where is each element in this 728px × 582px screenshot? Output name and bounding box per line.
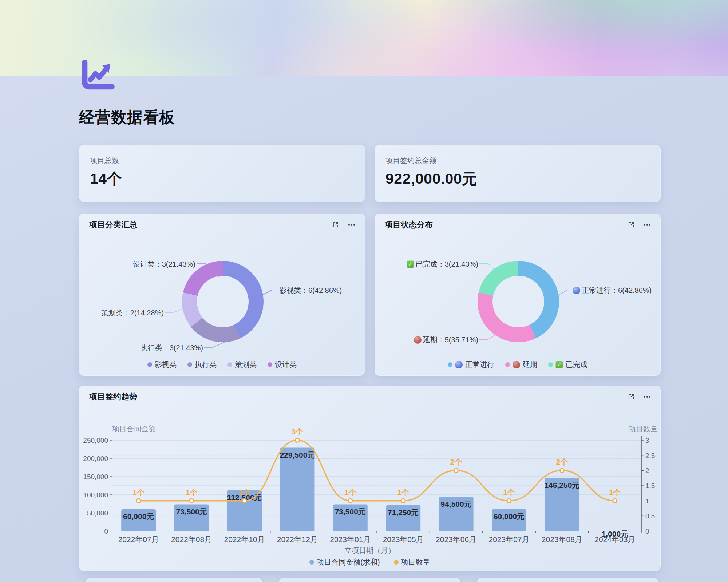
legend-item[interactable]: 延期 bbox=[505, 360, 537, 370]
more-icon[interactable] bbox=[643, 221, 651, 229]
next-row-stubs bbox=[86, 578, 658, 582]
red-circle-emoji bbox=[414, 336, 422, 344]
page-title: 经营数据看板 bbox=[79, 107, 175, 128]
svg-text:0.5: 0.5 bbox=[645, 512, 655, 520]
card-header: 项目分类汇总 bbox=[79, 214, 365, 236]
svg-text:0: 0 bbox=[645, 527, 649, 535]
trend-chart-canvas[interactable]: 项目合同金额项目数量60,000元73,500元112,500元229,500元… bbox=[79, 422, 661, 547]
svg-text:60,000元: 60,000元 bbox=[123, 512, 154, 521]
legend-item[interactable]: 策划类 bbox=[228, 360, 257, 370]
expand-icon[interactable] bbox=[627, 221, 635, 229]
stub-card bbox=[279, 578, 460, 582]
more-icon[interactable] bbox=[348, 221, 356, 229]
svg-text:73,500元: 73,500元 bbox=[335, 507, 366, 516]
card-title: 项目状态分布 bbox=[385, 219, 627, 230]
svg-text:2022年07月: 2022年07月 bbox=[118, 535, 159, 543]
category-pie-card: 项目分类汇总 影视类：6(42.86%) 执行类：3(21.43%) bbox=[79, 214, 365, 376]
svg-text:146,250元: 146,250元 bbox=[544, 481, 579, 489]
status-donut-chart[interactable] bbox=[478, 261, 559, 342]
blue-circle-emoji bbox=[573, 287, 580, 294]
divider bbox=[79, 408, 661, 408]
legend-item[interactable]: 设计类 bbox=[268, 360, 297, 370]
svg-text:3个: 3个 bbox=[292, 427, 304, 436]
svg-text:项目数量: 项目数量 bbox=[629, 425, 658, 433]
donut-hole bbox=[492, 276, 544, 327]
red-circle-emoji bbox=[513, 361, 520, 368]
dashboard-page: 经营数据看板 项目总数 14个 项目签约总金额 922,000.00元 项目分类… bbox=[0, 0, 728, 582]
svg-text:1.5: 1.5 bbox=[645, 482, 655, 490]
pie-callout-normal: 正常进行：6(42.86%) bbox=[573, 286, 652, 295]
svg-text:94,500元: 94,500元 bbox=[440, 500, 471, 508]
svg-text:2024年03月: 2024年03月 bbox=[594, 535, 635, 543]
blue-circle-emoji bbox=[455, 361, 463, 368]
svg-text:229,500元: 229,500元 bbox=[280, 451, 315, 459]
legend-item[interactable]: 已完成 bbox=[548, 360, 587, 370]
line-chart-icon bbox=[80, 60, 116, 92]
pie-legend: 正常进行 延期 已完成 bbox=[375, 360, 661, 370]
pie-callout-yingshi: 影视类：6(42.86%) bbox=[279, 286, 342, 295]
status-pie-card: 项目状态分布 正常进行：6(42.86%) 延期：5(35.71%) 已完成： bbox=[375, 214, 661, 376]
svg-text:2022年08月: 2022年08月 bbox=[171, 535, 212, 543]
svg-text:2023年01月: 2023年01月 bbox=[330, 535, 371, 543]
legend-item[interactable]: 执行类 bbox=[187, 360, 217, 370]
x-axis-title: 立项日期（月） bbox=[79, 546, 661, 555]
svg-text:1个: 1个 bbox=[344, 488, 356, 497]
stub-card bbox=[477, 578, 658, 582]
svg-text:1个: 1个 bbox=[609, 488, 621, 497]
pie-callout-sheji: 设计类：3(21.43%) bbox=[133, 259, 195, 269]
legend-item[interactable]: 影视类 bbox=[147, 360, 177, 370]
stats-row: 项目总数 14个 项目签约总金额 922,000.00元 bbox=[79, 145, 661, 202]
more-icon[interactable] bbox=[643, 393, 651, 401]
stub-card bbox=[86, 578, 262, 582]
donut-hole bbox=[197, 276, 249, 327]
stat-value: 14个 bbox=[90, 169, 354, 189]
stat-card-total-amount: 项目签约总金额 922,000.00元 bbox=[375, 145, 661, 202]
svg-text:2022年12月: 2022年12月 bbox=[277, 535, 318, 543]
svg-text:150,000: 150,000 bbox=[83, 473, 108, 481]
trend-card: 项目签约趋势 项目合同金额项目数量60,000元73,500元112,500元2… bbox=[79, 386, 661, 571]
divider bbox=[79, 236, 365, 236]
svg-text:1: 1 bbox=[645, 497, 649, 505]
stat-value: 922,000.00元 bbox=[385, 169, 650, 189]
svg-text:2023年07月: 2023年07月 bbox=[488, 535, 529, 543]
legend-item[interactable]: 项目数量 bbox=[394, 557, 430, 567]
card-header: 项目状态分布 bbox=[375, 214, 661, 236]
legend-item[interactable]: 项目合同金额(求和) bbox=[309, 557, 380, 567]
svg-text:71,250元: 71,250元 bbox=[388, 508, 419, 517]
pie-callout-cehua: 策划类：2(14.28%) bbox=[101, 308, 164, 318]
svg-text:2.5: 2.5 bbox=[645, 452, 655, 459]
stat-label: 项目总数 bbox=[90, 156, 354, 166]
svg-text:项目合同金额: 项目合同金额 bbox=[112, 425, 156, 433]
svg-text:1个: 1个 bbox=[397, 488, 409, 497]
svg-text:1个: 1个 bbox=[503, 488, 515, 497]
svg-text:2个: 2个 bbox=[556, 458, 568, 466]
pie-callout-delayed: 延期：5(35.71%) bbox=[414, 335, 478, 345]
svg-text:250,000: 250,000 bbox=[83, 436, 108, 444]
svg-text:73,500元: 73,500元 bbox=[176, 507, 207, 516]
stat-label: 项目签约总金额 bbox=[385, 156, 650, 166]
svg-text:2个: 2个 bbox=[450, 458, 462, 466]
svg-text:3: 3 bbox=[645, 436, 649, 444]
card-header: 项目签约趋势 bbox=[79, 386, 661, 408]
expand-icon[interactable] bbox=[627, 393, 635, 401]
legend-item[interactable]: 正常进行 bbox=[448, 360, 494, 370]
check-emoji bbox=[555, 361, 563, 368]
svg-text:100,000: 100,000 bbox=[83, 491, 108, 499]
svg-text:1个: 1个 bbox=[186, 488, 198, 497]
expand-icon[interactable] bbox=[332, 221, 340, 229]
check-emoji bbox=[407, 260, 414, 268]
pie-legend: 影视类 执行类 策划类 设计类 bbox=[79, 360, 365, 370]
svg-text:1个: 1个 bbox=[132, 488, 145, 497]
category-donut-chart[interactable] bbox=[182, 261, 264, 342]
svg-text:2023年05月: 2023年05月 bbox=[383, 535, 424, 543]
svg-text:60,000元: 60,000元 bbox=[494, 512, 525, 521]
svg-text:2: 2 bbox=[645, 467, 649, 474]
svg-text:1个: 1个 bbox=[238, 488, 250, 497]
svg-text:2023年08月: 2023年08月 bbox=[542, 535, 582, 543]
donut-row: 项目分类汇总 影视类：6(42.86%) 执行类：3(21.43%) bbox=[79, 214, 661, 376]
svg-text:2022年10月: 2022年10月 bbox=[224, 535, 265, 543]
stat-card-total-projects: 项目总数 14个 bbox=[79, 145, 365, 202]
svg-text:200,000: 200,000 bbox=[83, 455, 108, 462]
pie-callout-zhixing: 执行类：3(21.43%) bbox=[141, 343, 203, 353]
trend-legend: 项目合同金额(求和) 项目数量 bbox=[79, 557, 661, 567]
